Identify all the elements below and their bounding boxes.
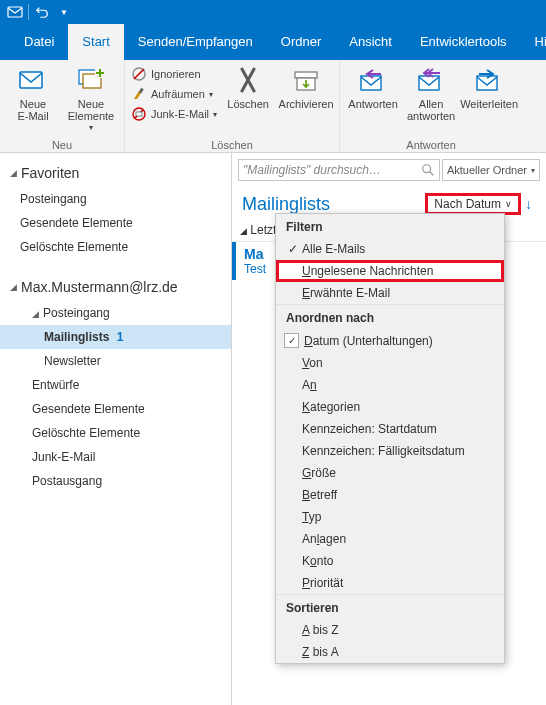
undo-icon[interactable]	[31, 1, 53, 23]
svg-line-17	[430, 172, 434, 176]
search-scope-dropdown[interactable]: Aktueller Ordner ▾	[442, 159, 540, 181]
scope-label: Aktueller Ordner	[447, 164, 527, 176]
outbox-folder[interactable]: Postausgang	[0, 469, 231, 493]
folder-nav-pane: ◢ Favoriten Posteingang Gesendete Elemen…	[0, 153, 232, 705]
forward-button[interactable]: Weiterleiten	[462, 64, 516, 122]
menu-section-sort: Sortieren	[276, 594, 504, 619]
menu-item-label: Konto	[302, 554, 333, 568]
menu-section-filter: Filtern	[276, 214, 504, 238]
reply-button[interactable]: Antworten	[346, 64, 400, 122]
mailinglists-folder[interactable]: Mailinglists 1	[0, 325, 231, 349]
sort-za[interactable]: Z bis A	[276, 641, 504, 663]
reply-label: Antworten	[348, 98, 398, 110]
delete-icon	[232, 64, 264, 96]
archive-icon	[290, 64, 322, 96]
archive-button[interactable]: Archivieren	[279, 64, 333, 124]
arrange-prioritaet[interactable]: Priorität	[276, 572, 504, 594]
collapse-icon: ◢	[10, 282, 17, 292]
junk-button[interactable]: Junk-E-Mail ▾	[131, 104, 217, 124]
filter-unread[interactable]: Ungelesene Nachrichten	[276, 260, 504, 282]
folder-title: Mailinglists	[242, 194, 330, 215]
account-label: Max.Mustermann@lrz.de	[21, 279, 178, 295]
favorites-header[interactable]: ◢ Favoriten	[0, 159, 231, 187]
arrange-anlagen[interactable]: Anlagen	[276, 528, 504, 550]
new-items-button[interactable]: Neue Elemente ▾	[64, 64, 118, 134]
menu-item-label: Alle E-Mails	[302, 242, 365, 256]
drafts-folder[interactable]: Entwürfe	[0, 373, 231, 397]
fav-inbox[interactable]: Posteingang	[0, 187, 231, 211]
new-items-label: Neue Elemente	[68, 98, 114, 122]
tab-ansicht[interactable]: Ansicht	[335, 24, 406, 60]
reply-all-button[interactable]: Allen antworten	[404, 64, 458, 122]
arrange-an[interactable]: An	[276, 374, 504, 396]
filter-mentioned[interactable]: Erwähnte E-Mail	[276, 282, 504, 304]
new-email-label: Neue E-Mail	[17, 98, 48, 122]
ribbon: Neue E-Mail Neue Elemente ▾ Neu Ignorier…	[0, 60, 546, 153]
app-icon	[4, 1, 26, 23]
customize-qat-icon[interactable]: ▼	[53, 1, 75, 23]
search-input[interactable]: "Mailinglists" durchsuch…	[238, 159, 440, 181]
arrange-konto[interactable]: Konto	[276, 550, 504, 572]
unread-count: 1	[117, 330, 124, 344]
sort-az[interactable]: A bis Z	[276, 619, 504, 641]
ribbon-group-neu: Neue E-Mail Neue Elemente ▾ Neu	[0, 60, 125, 152]
account-header[interactable]: ◢ Max.Mustermann@lrz.de	[0, 273, 231, 301]
arrange-groesse[interactable]: Größe	[276, 462, 504, 484]
junk-icon	[131, 106, 147, 122]
mailinglists-label: Mailinglists	[44, 330, 109, 344]
newsletter-folder[interactable]: Newsletter	[0, 349, 231, 373]
cleanup-button[interactable]: Aufräumen ▾	[131, 84, 217, 104]
cleanup-label: Aufräumen	[151, 88, 205, 100]
group-header-label: Letzt	[250, 223, 276, 237]
check-icon: ✓	[284, 242, 302, 256]
forward-label: Weiterleiten	[460, 98, 518, 110]
inbox-folder[interactable]: ◢Posteingang	[0, 301, 231, 325]
arrange-flag-due[interactable]: Kennzeichen: Fälligkeitsdatum	[276, 440, 504, 462]
menu-item-label: Kategorien	[302, 400, 360, 414]
svg-rect-10	[136, 112, 142, 116]
arrange-betreff[interactable]: Betreff	[276, 484, 504, 506]
ribbon-group-label: Löschen	[131, 138, 333, 151]
cleanup-icon	[131, 86, 147, 102]
tab-entwicklertools[interactable]: Entwicklertools	[406, 24, 521, 60]
tab-start[interactable]: Start	[68, 24, 123, 60]
delete-button[interactable]: Löschen	[221, 64, 275, 124]
tab-ordner[interactable]: Ordner	[267, 24, 335, 60]
inbox-label: Posteingang	[43, 306, 110, 320]
favorites-label: Favoriten	[21, 165, 79, 181]
arrange-von[interactable]: Von	[276, 352, 504, 374]
menu-item-label: Von	[302, 356, 323, 370]
ribbon-group-antworten: Antworten Allen antworten Weiterleiten A…	[340, 60, 522, 152]
fav-sent[interactable]: Gesendete Elemente	[0, 211, 231, 235]
collapse-icon: ◢	[10, 168, 17, 178]
arrange-date[interactable]: ✓ Datum (Unterhaltungen)	[276, 329, 504, 352]
menu-item-label: Datum (Unterhaltungen)	[304, 334, 433, 348]
arrange-typ[interactable]: Typ	[276, 506, 504, 528]
fav-deleted[interactable]: Gelöschte Elemente	[0, 235, 231, 259]
svg-point-16	[423, 165, 431, 173]
arrange-kategorien[interactable]: Kategorien	[276, 396, 504, 418]
ignore-button[interactable]: Ignorieren	[131, 64, 217, 84]
menu-item-label: Ungelesene Nachrichten	[302, 264, 433, 278]
sort-direction-button[interactable]: ↓	[521, 196, 536, 212]
menu-item-label: Z bis A	[302, 645, 339, 659]
reply-icon	[357, 64, 389, 96]
deleted-folder[interactable]: Gelöschte Elemente	[0, 421, 231, 445]
tab-hilfe[interactable]: Hilfe	[521, 24, 546, 60]
reply-all-label: Allen antworten	[407, 98, 455, 122]
new-email-button[interactable]: Neue E-Mail	[6, 64, 60, 134]
tab-datei[interactable]: Datei	[10, 24, 68, 60]
menu-item-label: Kennzeichen: Fälligkeitsdatum	[302, 444, 465, 458]
junk-folder[interactable]: Junk-E-Mail	[0, 445, 231, 469]
ribbon-group-label: Antworten	[346, 138, 516, 151]
search-icon	[421, 163, 435, 177]
sent-folder[interactable]: Gesendete Elemente	[0, 397, 231, 421]
arrange-flag-start[interactable]: Kennzeichen: Startdatum	[276, 418, 504, 440]
tab-senden-empfangen[interactable]: Senden/Empfangen	[124, 24, 267, 60]
filter-all-emails[interactable]: ✓ Alle E-Mails	[276, 238, 504, 260]
sort-dropdown-button[interactable]: Nach Datum ∨	[425, 193, 521, 215]
ribbon-tabs: Datei Start Senden/Empfangen Ordner Ansi…	[0, 24, 546, 60]
ribbon-group-label: Neu	[6, 138, 118, 151]
reply-all-icon	[415, 64, 447, 96]
collapse-icon: ◢	[32, 309, 39, 319]
